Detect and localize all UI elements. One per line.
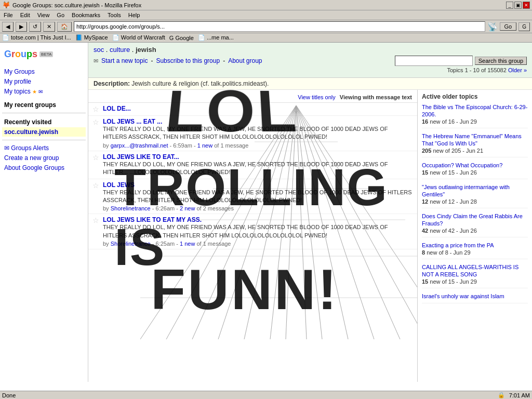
topic-preview-4: THEY REALLY DO LOL MY ONE FRIEND WAS A J… — [103, 189, 413, 205]
active-topic-meta-5: 8 new of 8 - Jun 29 — [422, 249, 528, 256]
topic-meta-4: by Shorelinetrance - 6:26am - 2 new of 2… — [103, 205, 413, 211]
list-item: Occupation? What Occupation? 15 new of 1… — [422, 162, 528, 179]
window-title: Google Groups: soc.culture.jewish - Mozi… — [12, 2, 141, 8]
topic-title-4[interactable]: LOL JEWS — [103, 181, 413, 189]
active-topic-link-2[interactable]: Occupation? What Occupation? — [422, 162, 502, 168]
page-wrapper: Groups BETA My Groups My profile My topi… — [0, 43, 532, 382]
topic-content-5: LOL JEWS LIKE TO EAT MY ASS. THEY REALLY… — [103, 216, 413, 247]
menu-tools[interactable]: Tools — [106, 11, 123, 19]
menu-bookmarks[interactable]: Bookmarks — [70, 11, 102, 19]
sidebar-item-about-groups[interactable]: About Google Groups — [2, 163, 86, 172]
groups-logo-area: Groups BETA — [2, 47, 86, 62]
addon-button[interactable]: G — [518, 22, 530, 31]
topic-title-2[interactable]: LOL JEWS ... EAT ... — [103, 118, 413, 125]
menu-help[interactable]: Help — [127, 11, 142, 19]
search-group-input[interactable] — [395, 56, 473, 66]
active-topic-meta-0: 16 new of 16 - Jun 29 — [422, 118, 528, 125]
active-topic-meta-1: 205 new of 205 - Jun 21 — [422, 148, 528, 154]
view-titles-only-link[interactable]: View titles only — [298, 94, 336, 100]
forward-button[interactable]: ▶ — [16, 22, 27, 32]
active-topic-meta-4: 42 new of 42 - Jun 26 — [422, 228, 528, 234]
topic-author-4[interactable]: Shorelinetrance — [111, 205, 151, 211]
new-topic-link[interactable]: Start a new topic — [101, 57, 148, 64]
stop-button[interactable]: ✕ — [43, 22, 55, 32]
topic-title-3[interactable]: LOL JEWS LIKE TO EAT... — [103, 153, 413, 161]
group-header: soc . culture . jewish ✉ Start a new top… — [88, 43, 532, 78]
home-button[interactable]: 🏠 — [57, 22, 72, 32]
breadcrumb-jewish: jewish — [136, 46, 156, 54]
toolbar: ◀ ▶ ↺ ✕ 🏠 📡 Go G — [0, 20, 532, 33]
address-input[interactable] — [74, 21, 485, 32]
menu-file[interactable]: File — [2, 11, 15, 19]
menu-edit[interactable]: Edit — [19, 11, 32, 19]
topics-list: View titles only Viewing with message te… — [88, 90, 418, 382]
star-icon: ★ — [32, 89, 37, 95]
sidebar-item-soc-culture-jewish[interactable]: soc.culture.jewish — [2, 127, 86, 137]
address-bar: 📡 Go G — [74, 21, 530, 32]
topic-new-5[interactable]: 1 new — [180, 241, 195, 247]
divider-2 — [2, 140, 86, 140]
bookmarks-bar: 📄 totse.com | This Just I... 📘 MySpace 📄… — [0, 33, 532, 43]
go-button[interactable]: Go — [500, 22, 517, 31]
bookmark-myspace[interactable]: 📘 MySpace — [75, 34, 108, 41]
topic-new-2[interactable]: 1 new — [197, 142, 212, 149]
title-bar: 🦊 Google Groups: soc.culture.jewish - Mo… — [0, 0, 532, 10]
star-icon-4[interactable]: ☆ — [92, 181, 100, 190]
minimize-button[interactable]: _ — [506, 2, 513, 9]
table-row: ☆ LOL DE... — [88, 103, 417, 116]
active-topic-link-0[interactable]: The Bible vs The Episcopal Church: 6-29-… — [422, 104, 527, 117]
active-topic-link-7[interactable]: Israel's unholy war against Islam — [422, 293, 504, 299]
close-button[interactable]: ✕ — [523, 2, 530, 9]
viewing-mode-label: Viewing with message text — [340, 94, 412, 100]
group-actions: ✉ Start a new topic - Subscribe to this … — [94, 56, 527, 66]
active-topic-link-4[interactable]: Does Cindy Claim the Great Rabbis Are Fr… — [422, 213, 523, 227]
active-topic-link-5[interactable]: Exacting a price from the PA — [422, 242, 494, 248]
topic-author-2[interactable]: garpx...@trashmail.net — [111, 142, 168, 149]
star-icon-3[interactable]: ☆ — [92, 153, 100, 162]
topic-title-5[interactable]: LOL JEWS LIKE TO EAT MY ASS. — [103, 216, 413, 223]
bookmark-other[interactable]: 📄 ...me ma... — [198, 34, 234, 41]
breadcrumb-culture[interactable]: culture — [110, 46, 130, 54]
active-topic-link-3[interactable]: "Jews outlawing intermarriage with Genti… — [422, 184, 510, 197]
subscribe-link[interactable]: Subscribe to this group — [156, 57, 220, 64]
sidebar: Groups BETA My Groups My profile My topi… — [0, 43, 88, 382]
star-icon-1[interactable]: ☆ — [92, 105, 100, 113]
bookmark-wow[interactable]: 📄 World of Warcraft — [112, 34, 165, 41]
overlay-funn-text: FUNN! — [151, 256, 339, 322]
main-content: soc . culture . jewish ✉ Start a new top… — [88, 43, 532, 382]
reload-button[interactable]: ↺ — [29, 22, 41, 32]
topic-new-4[interactable]: 2 new — [180, 205, 195, 211]
active-topic-link-1[interactable]: The Hebrew Name "Emmanuel" Means That "G… — [422, 133, 522, 147]
menu-go[interactable]: Go — [55, 11, 66, 19]
bookmark-google[interactable]: G Google — [169, 35, 194, 41]
restore-button[interactable]: ▣ — [514, 2, 522, 9]
menu-view[interactable]: View — [36, 11, 51, 19]
sidebar-item-groups-alerts[interactable]: ✉ Groups Alerts — [2, 143, 86, 153]
groups-logo: Groups — [4, 49, 37, 60]
active-topic-link-6[interactable]: CALLING ALL ANGELS-WARITHIS IS NOT A REB… — [422, 264, 518, 277]
topic-preview-2: THEY REALLY DO LOL, MY ONE FRIEND WAS A … — [103, 125, 413, 141]
table-row: ☆ LOL JEWS THEY REALLY DO LOL MY ONE FRI… — [88, 179, 417, 215]
about-group-link[interactable]: About group — [228, 57, 262, 64]
star-icon-2[interactable]: ☆ — [92, 118, 100, 126]
bookmark-totse[interactable]: 📄 totse.com | This Just I... — [2, 34, 71, 41]
back-button[interactable]: ◀ — [2, 22, 14, 32]
star-icon-5[interactable]: ☆ — [92, 216, 100, 224]
sidebar-item-create-group[interactable]: Create a new group — [2, 153, 86, 163]
topic-author-5[interactable]: Shorelinetrance — [111, 241, 151, 247]
active-topic-meta-6: 15 new of 15 - Jun 29 — [422, 278, 528, 285]
topic-title-1[interactable]: LOL DE... — [103, 105, 413, 112]
topic-meta-2: by garpx...@trashmail.net - 6:59am - 1 n… — [103, 142, 413, 149]
topics-older-link[interactable]: Older » — [508, 67, 527, 73]
search-group-button[interactable]: Search this group — [475, 57, 527, 65]
menu-bar: File Edit View Go Bookmarks Tools Help — [0, 10, 532, 20]
sidebar-item-my-topics[interactable]: My topics ★ ✉ — [2, 87, 86, 96]
group-actions-left: ✉ Start a new topic - Subscribe to this … — [94, 57, 262, 64]
table-row: ☆ LOL JEWS LIKE TO EAT... THEY REALLY DO… — [88, 151, 417, 179]
topic-preview-3: THEY REALLY DO LOL, MY ONE FRIEND WAS A … — [103, 161, 413, 177]
list-item: The Hebrew Name "Emmanuel" Means That "G… — [422, 132, 528, 157]
topics-end: 10 — [473, 67, 480, 73]
sidebar-item-my-profile[interactable]: My profile — [2, 77, 86, 86]
sidebar-item-my-groups[interactable]: My Groups — [2, 67, 86, 76]
breadcrumb-soc[interactable]: soc — [94, 46, 104, 54]
